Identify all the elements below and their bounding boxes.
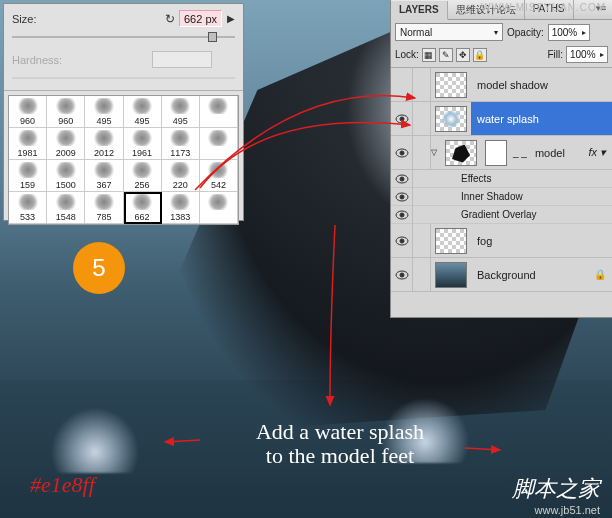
watermark-cn: 脚本之家: [512, 474, 600, 504]
visibility-toggle[interactable]: [391, 102, 413, 135]
layer-thumbnail[interactable]: [445, 140, 477, 166]
size-label: Size:: [12, 13, 52, 25]
opacity-field[interactable]: 100% ▸: [548, 24, 590, 41]
brush-preset[interactable]: [200, 192, 238, 224]
fx-indicator[interactable]: fx ▾: [588, 146, 606, 159]
lock-all-icon[interactable]: 🔒: [473, 48, 487, 62]
hardness-field: [152, 51, 212, 68]
layer-name[interactable]: fog: [471, 224, 612, 257]
vector-mask-thumbnail[interactable]: [485, 140, 507, 166]
tab-layers[interactable]: LAYERS: [391, 1, 448, 20]
fill-value: 100%: [570, 49, 596, 60]
brush-preset[interactable]: 1961: [124, 128, 162, 160]
layer-row[interactable]: ▽ _ _ model fx ▾: [391, 136, 612, 170]
expand-fx-icon[interactable]: ▽: [431, 148, 437, 157]
brush-preset[interactable]: 960: [47, 96, 85, 128]
effect-item[interactable]: Gradient Overlay: [391, 206, 612, 224]
opacity-label: Opacity:: [507, 27, 544, 38]
brush-preset[interactable]: 256: [124, 160, 162, 192]
layer-name[interactable]: water splash: [471, 102, 612, 135]
brush-preset[interactable]: 960: [9, 96, 47, 128]
svg-point-3: [400, 151, 404, 155]
layer-name[interactable]: model: [529, 136, 588, 169]
brush-preset[interactable]: 1500: [47, 160, 85, 192]
opacity-value: 100%: [552, 27, 578, 38]
brush-preset[interactable]: 367: [85, 160, 123, 192]
layers-panel: LAYERS 思维设计论坛 PATHS ▾≡ Normal ▾ Opacity:…: [390, 0, 612, 318]
layer-name[interactable]: model shadow: [471, 68, 612, 101]
svg-point-9: [400, 213, 404, 217]
brush-flyout-icon[interactable]: ▶: [227, 13, 235, 24]
layer-row[interactable]: model shadow: [391, 68, 612, 102]
lock-icon: 🔒: [594, 269, 606, 280]
brush-preset-panel: Size: ↻ 662 px ▶ Hardness: ▶ 96096049549…: [3, 3, 244, 221]
hardness-slider: [12, 72, 235, 86]
hardness-label: Hardness:: [12, 54, 62, 66]
chevron-down-icon: ▾: [494, 28, 498, 37]
layer-thumbnail[interactable]: [435, 262, 467, 288]
watermark-top: WWW.MISSYUAN.COM: [481, 2, 606, 13]
brush-preset[interactable]: 1383: [162, 192, 200, 224]
effect-item[interactable]: Inner Shadow: [391, 188, 612, 206]
svg-point-11: [400, 239, 404, 243]
brush-preset[interactable]: 495: [162, 96, 200, 128]
visibility-toggle[interactable]: [391, 206, 413, 224]
layer-list: model shadow water splash ▽ _ _ model fx…: [391, 68, 612, 316]
brush-preset[interactable]: 533: [9, 192, 47, 224]
brush-preset[interactable]: 785: [85, 192, 123, 224]
fill-field[interactable]: 100% ▸: [566, 46, 608, 63]
brush-preset[interactable]: 662: [124, 192, 162, 224]
size-slider-thumb[interactable]: [208, 32, 217, 42]
svg-point-7: [400, 195, 404, 199]
lock-label: Lock:: [395, 49, 419, 60]
lock-transparency-icon[interactable]: ▦: [422, 48, 436, 62]
visibility-toggle[interactable]: [391, 258, 413, 291]
visibility-toggle[interactable]: [391, 68, 413, 101]
fill-label: Fill:: [547, 49, 563, 60]
brush-preset[interactable]: 1981: [9, 128, 47, 160]
lock-position-icon[interactable]: ✥: [456, 48, 470, 62]
brush-preset[interactable]: 1173: [162, 128, 200, 160]
brush-preset[interactable]: 495: [85, 96, 123, 128]
effects-header[interactable]: Effects: [391, 170, 612, 188]
brush-preset[interactable]: 495: [124, 96, 162, 128]
svg-point-13: [400, 273, 404, 277]
svg-point-5: [400, 177, 404, 181]
brush-grid: 9609604954954951981200920121961117315915…: [8, 95, 239, 225]
brush-preset[interactable]: 2012: [85, 128, 123, 160]
layer-thumbnail[interactable]: [435, 106, 467, 132]
visibility-toggle[interactable]: [391, 136, 413, 169]
color-code-label: #e1e8ff: [30, 472, 95, 498]
layer-name[interactable]: Background: [471, 258, 594, 291]
visibility-toggle[interactable]: [391, 170, 413, 188]
step-badge: 5: [73, 242, 125, 294]
size-field[interactable]: 662 px: [179, 10, 222, 27]
visibility-toggle[interactable]: [391, 224, 413, 257]
size-value: 662 px: [184, 13, 217, 25]
watermark-url: www.jb51.net: [535, 504, 600, 516]
layer-thumbnail[interactable]: [435, 228, 467, 254]
brush-preset[interactable]: [200, 128, 238, 160]
brush-preset[interactable]: [200, 96, 238, 128]
brush-preset[interactable]: 159: [9, 160, 47, 192]
brush-preset[interactable]: 1548: [47, 192, 85, 224]
size-slider[interactable]: [12, 31, 235, 45]
blend-mode-value: Normal: [400, 27, 432, 38]
blend-mode-dropdown[interactable]: Normal ▾: [395, 23, 503, 41]
layer-row[interactable]: water splash: [391, 102, 612, 136]
layer-row[interactable]: fog: [391, 224, 612, 258]
reset-size-icon[interactable]: ↻: [165, 12, 175, 26]
lock-pixels-icon[interactable]: ✎: [439, 48, 453, 62]
brush-preset[interactable]: 220: [162, 160, 200, 192]
annotation-text: Add a water splashto the model feet: [210, 420, 470, 468]
layer-thumbnail[interactable]: [435, 72, 467, 98]
layer-row[interactable]: Background 🔒: [391, 258, 612, 292]
visibility-toggle[interactable]: [391, 188, 413, 206]
brush-preset[interactable]: 542: [200, 160, 238, 192]
svg-point-1: [400, 117, 404, 121]
brush-preset[interactable]: 2009: [47, 128, 85, 160]
splash-effect-left: [40, 403, 150, 473]
